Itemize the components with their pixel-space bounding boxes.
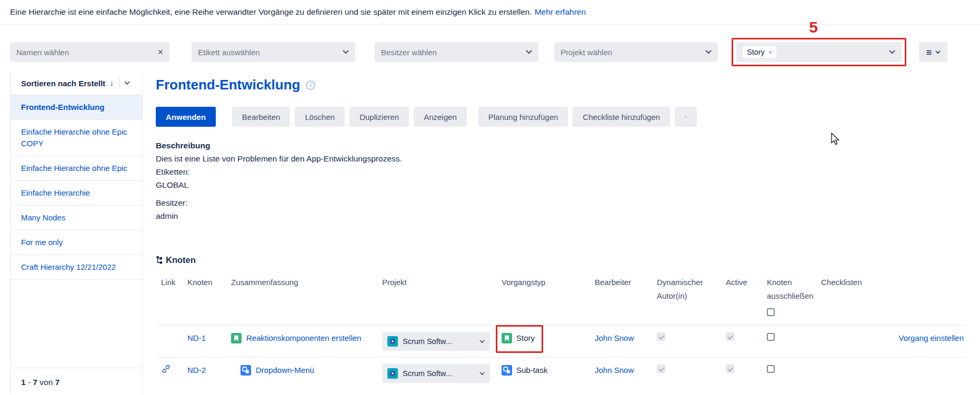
view-menu-button[interactable]: ≡ [919, 42, 947, 62]
col-knoten: Knoten [182, 276, 228, 289]
name-filter[interactable]: × [10, 42, 169, 62]
node-key-cell: ND-1 [182, 332, 228, 345]
project-dropdown-label: Scrum Softw... [403, 335, 452, 348]
description-heading: Beschreibung [156, 139, 966, 152]
story-type-icon [231, 333, 242, 343]
owner-filter-select[interactable]: Besitzer wählen [375, 42, 538, 62]
edit-button[interactable]: Bearbeiten [232, 107, 291, 127]
info-icon[interactable]: i [306, 80, 315, 90]
add-plan-button[interactable]: Planung hinzufügen [478, 107, 568, 127]
exclude-all-checkbox[interactable] [767, 308, 775, 316]
dynamic-author-cell [646, 332, 714, 345]
active-checkbox [726, 364, 734, 373]
assignee-link[interactable]: John Snow [595, 366, 634, 374]
sidebar-item-einfache-hierarchie-ohne-epic[interactable]: Einfache Hierarchie ohne Epic [11, 156, 142, 181]
hierarchy-app-page: Eine Hierarchie ist eine einfache Möglic… [0, 0, 980, 395]
assignee-link[interactable]: John Snow [595, 333, 634, 342]
assignee-cell: John Snow [587, 364, 646, 377]
pagination-dash: - [28, 378, 31, 387]
sort-control[interactable]: Sortieren nach Erstellt ↓ [11, 72, 142, 95]
summary-cell: Reaktionskomponenten erstellen [228, 332, 377, 345]
title-row: Frontend-Entwicklung i [156, 77, 966, 93]
table-row-nd2: ND-2 Dropdown-Menü Scrum Softw... [156, 357, 966, 389]
col-bearbeiter: Bearbeiter [587, 276, 646, 289]
col-active: Active [714, 276, 757, 289]
hamburger-icon: ≡ [926, 47, 932, 57]
remove-tag-icon[interactable]: × [768, 48, 773, 56]
hierarchy-sidebar: Sortieren nach Erstellt ↓ Frontend-Entwi… [10, 72, 143, 394]
link-icon[interactable] [161, 364, 171, 374]
col-vorgangstyp: Vorgangstyp [499, 276, 587, 289]
exclude-checkbox[interactable] [767, 365, 775, 373]
project-dropdown[interactable]: Scrum Softw... [382, 332, 490, 351]
project-dropdown-label: Scrum Softw... [403, 367, 452, 380]
chevron-down-icon [343, 50, 349, 54]
main-panel: Frontend-Entwicklung i Anwenden Bearbeit… [156, 72, 966, 394]
issuetype-filter-box[interactable]: Story × [736, 42, 902, 62]
sort-desc-icon: ↓ [109, 78, 114, 88]
table-header-row: Link Knoten Zusammenfassung Projekt Vorg… [156, 276, 966, 325]
issuetype-selected-tag: Story × [743, 46, 776, 58]
apply-button[interactable]: Anwenden [156, 107, 216, 127]
chevron-down-icon[interactable] [124, 81, 130, 85]
sidebar-item-einfache-hierarchie[interactable]: Einfache Hierarchie [11, 181, 142, 206]
description-body: Dies ist eine Liste von Problemen für de… [156, 152, 966, 165]
col-zusammenfassung: Zusammenfassung [228, 276, 377, 289]
col-link: Link [156, 276, 182, 289]
page-title: Frontend-Entwicklung [156, 77, 300, 93]
name-filter-input[interactable] [16, 48, 137, 57]
col-knoten-ausschliessen: Knoten ausschließen [757, 276, 820, 320]
sidebar-item-frontend-entwicklung[interactable]: Frontend-Entwicklung [11, 95, 142, 120]
active-checkbox [726, 332, 734, 341]
description-block: Beschreibung Dies ist eine Liste von Pro… [156, 139, 966, 222]
sidebar-item-for-me-only[interactable]: For me only [11, 230, 142, 255]
nodes-table: Link Knoten Zusammenfassung Projekt Vorg… [156, 276, 966, 389]
set-issue-link[interactable]: Vorgang einstellen [899, 333, 964, 342]
node-key-link[interactable]: ND-1 [187, 333, 206, 342]
label-filter-select[interactable]: Etikett auswählen [192, 42, 355, 62]
exclude-checkbox[interactable] [767, 333, 775, 341]
summary-link[interactable]: Dropdown-Menü [256, 364, 314, 377]
nodes-section-heading: Knoten [156, 255, 966, 265]
chevron-down-icon [705, 50, 712, 54]
node-key-link[interactable]: ND-2 [187, 366, 206, 374]
project-avatar-icon [387, 336, 398, 347]
col-knoten-ausschliessen-label: Knoten ausschließen [767, 278, 813, 300]
duplicate-button[interactable]: Duplizieren [349, 107, 409, 127]
clear-icon[interactable]: × [157, 47, 163, 57]
info-banner: Eine Hierarchie ist eine einfache Möglic… [0, 0, 980, 25]
add-checklist-button[interactable]: Checkliste hinzufügen [573, 107, 670, 127]
active-cell [714, 364, 757, 377]
link-icon [685, 112, 687, 121]
sidebar-item-many-nodes[interactable]: Many Nodes [11, 206, 142, 230]
learn-more-link[interactable]: Mehr erfahren [535, 7, 586, 17]
project-dropdown[interactable]: Scrum Softw... [382, 364, 490, 383]
project-cell: Scrum Softw... [377, 364, 499, 383]
show-button[interactable]: Anzeigen [414, 107, 467, 127]
sidebar-item-einfache-hierarchie-ohne-epic-copy[interactable]: Einfache Hierarchie ohne Epic COPY [11, 120, 142, 156]
summary-link[interactable]: Reaktionskomponenten erstellen [246, 332, 361, 345]
delete-button[interactable]: Löschen [295, 107, 345, 127]
chevron-down-icon [889, 50, 895, 54]
divider [119, 78, 119, 88]
copy-link-button[interactable] [675, 107, 697, 127]
node-key-cell: ND-2 [182, 364, 228, 377]
chevron-down-icon [479, 340, 485, 343]
pagination-total: 7 [55, 378, 60, 387]
pagination-of: von [39, 378, 53, 387]
active-cell [714, 332, 757, 345]
dynamic-author-checkbox [657, 332, 665, 341]
checklist-cell: Vorgang einstellen [820, 332, 966, 345]
sidebar-item-craft-hierarchy[interactable]: Craft Hierarchy 12/21/2022 [11, 255, 142, 280]
issue-type-cell: Story [499, 332, 587, 347]
banner-text: Eine Hierarchie ist eine einfache Möglic… [10, 7, 532, 17]
project-filter-select[interactable]: Projekt wählen [554, 42, 718, 62]
subtask-type-icon [502, 365, 512, 376]
col-checklisten: Checklisten [820, 276, 966, 289]
issuetype-filter-select[interactable]: Story × 5 [736, 42, 902, 62]
owner-label: Besitzer: [156, 196, 966, 209]
sidebar-pagination: 1 - 7 von 7 [11, 368, 142, 394]
issue-type-label: Sub-task [516, 364, 547, 377]
link-cell [156, 364, 182, 378]
col-projekt: Projekt [377, 276, 499, 289]
